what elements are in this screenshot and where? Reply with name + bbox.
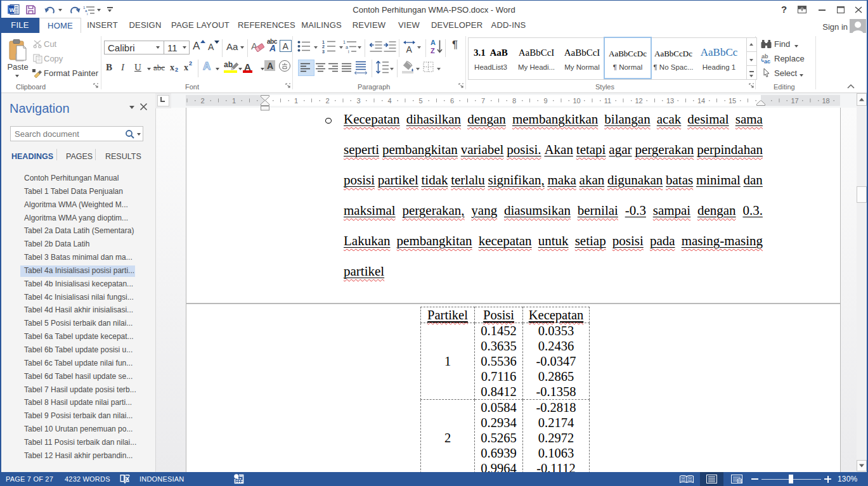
svg-text:i: i	[87, 12, 87, 15]
svg-text:2: 2	[325, 97, 329, 105]
svg-text:ac: ac	[764, 58, 770, 64]
svg-text:1: 1	[343, 40, 346, 44]
svg-text:Z: Z	[431, 47, 435, 54]
svg-text:3: 3	[356, 97, 360, 105]
svg-text:A: A	[431, 39, 436, 46]
svg-text:A: A	[406, 44, 413, 53]
svg-text:17: 17	[791, 97, 798, 105]
svg-text:14: 14	[697, 97, 705, 105]
svg-text:1: 1	[232, 97, 236, 105]
svg-text:2: 2	[322, 44, 325, 49]
svg-text:A: A	[203, 60, 211, 72]
svg-text:ab: ab	[224, 60, 233, 69]
svg-text:a: a	[346, 45, 348, 49]
svg-text:1: 1	[294, 97, 298, 105]
svg-text:8: 8	[512, 97, 516, 105]
svg-text:5: 5	[418, 97, 422, 105]
svg-text:11: 11	[604, 97, 611, 105]
svg-text:15: 15	[729, 97, 736, 105]
svg-text:7: 7	[481, 97, 485, 105]
svg-text:9: 9	[543, 97, 547, 105]
svg-text:4: 4	[387, 97, 391, 105]
svg-text:6: 6	[450, 97, 454, 105]
svg-text:3: 3	[322, 49, 325, 54]
svg-text:W: W	[10, 7, 15, 13]
svg-text:13: 13	[666, 97, 674, 105]
svg-text:2: 2	[200, 97, 204, 105]
svg-text:18: 18	[822, 97, 829, 105]
svg-text:12: 12	[635, 97, 642, 105]
svg-text:i: i	[348, 49, 349, 53]
svg-text:10: 10	[573, 97, 580, 105]
svg-text:1: 1	[322, 40, 325, 44]
